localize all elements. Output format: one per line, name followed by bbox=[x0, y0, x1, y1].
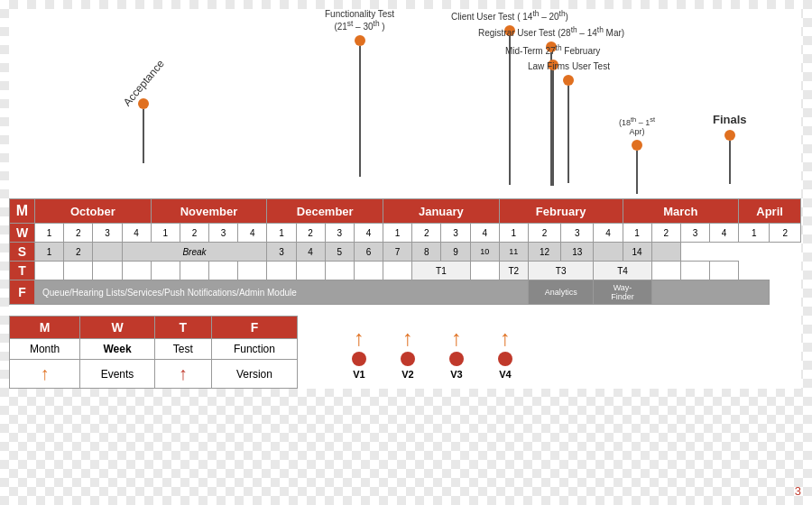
version-v1: ↑ V1 bbox=[352, 327, 366, 380]
version-v3: ↑ V3 bbox=[449, 327, 464, 380]
test-cell bbox=[93, 262, 122, 280]
month-march: March bbox=[623, 199, 739, 224]
month-february: February bbox=[499, 199, 623, 224]
sprint-cell: 9 bbox=[441, 243, 470, 262]
test-t1: T1 bbox=[412, 262, 470, 280]
main-container: Acceptance Functionality Test(21st – 30t… bbox=[9, 9, 801, 389]
week-cell: 3 bbox=[680, 224, 709, 243]
legend-t-header: T bbox=[154, 317, 211, 339]
week-cell: 3 bbox=[93, 224, 122, 243]
acceptance-dot bbox=[138, 98, 149, 109]
sprint-cell: 3 bbox=[267, 243, 296, 262]
v2-arrow: ↑ bbox=[402, 327, 413, 349]
bottom-section: M W T F Month Week Test Function ↑ Event… bbox=[9, 316, 801, 389]
week-cell: 4 bbox=[122, 224, 151, 243]
version-v4: ↑ V4 bbox=[498, 327, 512, 380]
sprint-cell: 10 bbox=[470, 243, 499, 262]
sprint-cell: 11 bbox=[499, 243, 528, 262]
test-cell bbox=[180, 262, 208, 280]
week-cell: 2 bbox=[651, 224, 680, 243]
week-cell: 3 bbox=[441, 224, 470, 243]
v1-label: V1 bbox=[353, 369, 364, 380]
sprint-cell: 8 bbox=[412, 243, 441, 262]
week-cell: 1 bbox=[35, 224, 64, 243]
functionality-test-annotation: Functionality Test(21st – 30th ) bbox=[325, 9, 394, 177]
week-cell: 1 bbox=[623, 224, 651, 243]
annotations-area: Acceptance Functionality Test(21st – 30t… bbox=[9, 9, 801, 198]
v2-dot bbox=[401, 352, 415, 366]
month-row-label: M bbox=[10, 199, 35, 224]
week-cell: 3 bbox=[325, 224, 354, 243]
feature-analytics: Analytics bbox=[528, 280, 593, 305]
feature-empty bbox=[651, 280, 770, 305]
legend-icon-row: ↑ Events ↑ Version bbox=[10, 360, 298, 389]
sprint-row: S 1 2 Break 3 4 5 6 7 8 9 10 11 12 13 14 bbox=[10, 243, 801, 262]
finals-dot bbox=[724, 130, 735, 141]
legend-month-label: Month bbox=[10, 339, 80, 360]
test-cell bbox=[710, 262, 739, 280]
acceptance-annotation: Acceptance bbox=[115, 77, 172, 163]
week-cell: 4 bbox=[354, 224, 383, 243]
sprint-cell bbox=[594, 243, 623, 262]
test-row-label: T bbox=[10, 262, 35, 280]
test-cell bbox=[383, 262, 412, 280]
legend-test-icon: ↑ bbox=[154, 360, 211, 389]
week-cell: 1 bbox=[151, 224, 180, 243]
week-cell: 2 bbox=[412, 224, 441, 243]
test-cell bbox=[64, 262, 93, 280]
v4-dot bbox=[498, 352, 512, 366]
law-firms-label: Law Firms User Test bbox=[528, 61, 610, 71]
sprint-cell: 13 bbox=[561, 243, 594, 262]
legend-f-header: F bbox=[211, 317, 297, 339]
test-cell bbox=[122, 262, 151, 280]
test-cell bbox=[209, 262, 238, 280]
v1-arrow: ↑ bbox=[354, 327, 364, 349]
feature-wayfinder: Way-Finder bbox=[594, 280, 651, 305]
apr-range-line bbox=[636, 151, 638, 194]
functionality-test-label: Functionality Test(21st – 30th ) bbox=[325, 9, 394, 32]
month-april: April bbox=[739, 199, 801, 224]
legend-w-header: W bbox=[80, 317, 155, 339]
sprint-break: Break bbox=[122, 243, 267, 262]
week-row-label: W bbox=[10, 224, 35, 243]
v3-arrow: ↑ bbox=[451, 327, 462, 349]
week-row: W 1 2 3 4 1 2 3 4 1 2 3 4 1 2 3 4 1 2 3 … bbox=[10, 224, 801, 243]
test-cell bbox=[325, 262, 354, 280]
legend-table: M W T F Month Week Test Function ↑ Event… bbox=[9, 316, 298, 389]
sprint-cell: 12 bbox=[528, 243, 560, 262]
test-t3: T3 bbox=[528, 262, 593, 280]
test-row: T T1 T2 T3 T4 bbox=[10, 262, 801, 280]
week-cell: 2 bbox=[64, 224, 93, 243]
v3-label: V3 bbox=[450, 369, 462, 380]
v4-label: V4 bbox=[499, 369, 511, 380]
apr-range-annotation: (18th – 1stApr) bbox=[619, 115, 655, 194]
v3-dot bbox=[449, 352, 464, 366]
sprint-cell bbox=[651, 243, 680, 262]
week-cell: 3 bbox=[561, 224, 594, 243]
sprint-cell: 6 bbox=[354, 243, 383, 262]
sprint-row-label: S bbox=[10, 243, 35, 262]
week-cell: 2 bbox=[180, 224, 208, 243]
test-cell bbox=[296, 262, 325, 280]
test-t2: T2 bbox=[499, 262, 528, 280]
month-october: October bbox=[35, 199, 152, 224]
week-cell: 1 bbox=[739, 224, 770, 243]
week-cell: 2 bbox=[296, 224, 325, 243]
test-cell bbox=[680, 262, 709, 280]
sprint-cell: 7 bbox=[383, 243, 412, 262]
month-january: January bbox=[383, 199, 500, 224]
sprint-cell: 2 bbox=[64, 243, 93, 262]
v2-label: V2 bbox=[401, 369, 413, 380]
sprint-cell: 14 bbox=[623, 243, 651, 262]
version-indicators: ↑ V1 ↑ V2 ↑ V3 ↑ V4 bbox=[352, 316, 512, 380]
test-cell bbox=[151, 262, 180, 280]
apr-range-label: (18th – 1stApr) bbox=[619, 115, 655, 136]
functionality-dot bbox=[355, 35, 365, 46]
week-cell: 4 bbox=[710, 224, 739, 243]
acceptance-line bbox=[143, 109, 144, 163]
test-cell bbox=[35, 262, 64, 280]
month-december: December bbox=[267, 199, 383, 224]
legend-version-label: Version bbox=[211, 360, 297, 389]
client-user-test-label: Client User Test ( 14th – 20th) bbox=[451, 9, 568, 22]
month-row: M October November December January Febr… bbox=[10, 199, 801, 224]
